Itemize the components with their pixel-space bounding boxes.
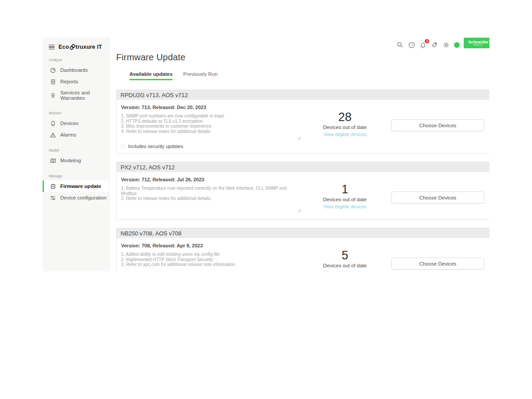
version-line: Version: 713, Released: Dec 20, 2023 [121,105,298,110]
tab-available-updates[interactable]: Available updates [129,71,172,80]
release-note: Implemented HTTP Strict Transport Securi… [121,257,298,262]
svg-text:?: ? [411,43,413,47]
choose-devices-button[interactable]: Choose Devices [391,258,484,270]
release-notes-column: Version: 713, Released: Dec 20, 2023 SNM… [121,104,298,149]
devices-out-of-date-label: Devices out of date [298,197,391,202]
gear-icon[interactable] [442,41,450,48]
sidebar-header: Eco truxure IT [43,38,109,50]
devices-out-of-date-label: Devices out of date [298,263,391,268]
sidebar-item-label: Device configuration [60,195,106,200]
sidebar-item-firmware-update[interactable]: Firmware update [43,180,109,192]
report-icon [50,79,56,85]
resize-handle-icon[interactable] [297,206,301,214]
release-note: Battery Temperature now reported correct… [121,186,298,196]
devices-out-of-date-count: 5 [298,249,391,262]
sidebar-item-reports[interactable]: Reports [43,76,109,87]
logo-text-eco: Eco [59,44,69,50]
sidebar-item-dashboards[interactable]: Dashboards [43,64,109,76]
release-notes-textarea[interactable]: SNMP port numbers are now configurable i… [121,113,298,143]
sidebar-item-label: Reports [60,79,78,84]
schneider-logo-subtext: Electric [474,44,483,47]
firmware-cards: RPDU2G v713, AOS v712 Version: 713, Rele… [116,90,489,271]
sidebar-item-services-warranties[interactable]: Services and Warranties [43,87,109,103]
choose-devices-button[interactable]: Choose Devices [391,119,484,131]
ecostruxure-logo: Eco truxure IT [59,44,102,50]
release-notes-list: Added ability to edit existing users via… [121,252,298,267]
gauge-icon [50,67,56,73]
map-icon [50,158,56,164]
devices-out-of-date-label: Devices out of date [298,125,391,130]
notifications-bell-icon[interactable]: 3 [419,41,426,48]
sidebar-item-label: Firmware update [60,184,101,189]
release-notes-textarea[interactable]: Battery Temperature now reported correct… [121,186,298,215]
view-eligible-devices-link[interactable]: View eligible devices [324,270,367,271]
release-note: Misc improvements to customer experience [121,124,298,129]
schneider-electric-logo[interactable]: Schneider Electric [464,38,489,48]
page-title: Firmware Update [116,52,489,63]
release-notes-list: SNMP port numbers are now configurable i… [121,113,298,134]
sidebar-item-modeling[interactable]: Modeling [43,155,109,166]
release-note: HTTPS defaults to TLS v1.2 encryption [121,119,298,124]
card-title: PX2 v712, AOS v712 [117,162,489,172]
devices-count-column: 5 Devices out of date View eligible devi… [298,242,391,271]
card-title: NB250 v708, AOS v708 [117,228,489,238]
version-line: Version: 712, Released: Jul 26, 2023 [121,177,298,182]
security-note: Includes security updates [121,144,298,149]
logo-text-it: truxure IT [76,44,102,50]
sidebar-item-alarms[interactable]: Alarms [43,129,109,141]
firmware-card-nb250: NB250 v708, AOS v708 Version: 708, Relea… [116,228,489,271]
sidebar-item-label: Devices [60,121,78,126]
devices-count-column: 1 Devices out of date View eligible devi… [298,176,391,210]
security-shield-icon [121,145,125,149]
tab-previously-run[interactable]: Previously Run [183,71,217,80]
firmware-icon [50,184,56,189]
sliders-icon [50,195,56,201]
help-icon[interactable]: ? [408,41,415,48]
main-content: ? 3 Schneider Electric Firmware Update [110,38,489,271]
resize-handle-icon[interactable] [297,134,301,142]
app-window: Eco truxure IT Analyze Dashboards Report… [43,38,489,271]
devices-count-column: 28 Devices out of date View eligible dev… [298,104,391,138]
firmware-card-rpdu2g: RPDU2G v713, AOS v712 Version: 713, Rele… [116,90,489,154]
release-notes-textarea[interactable]: Added ability to edit existing users via… [121,252,298,271]
award-icon [50,93,56,98]
sidebar-item-label: Modeling [60,158,81,163]
release-note: Added ability to edit existing users via… [121,252,298,257]
view-eligible-devices-link[interactable]: View eligible devices [324,132,367,137]
view-eligible-devices-link[interactable]: View eligible devices [324,204,367,209]
release-note: SNMP port numbers are now configurable i… [121,113,298,119]
notification-badge: 3 [425,39,429,43]
tag-icon[interactable] [431,41,438,48]
release-notes-column: Version: 708, Released: Apr 9, 2023 Adde… [121,242,298,271]
sidebar-item-label: Dashboards [60,67,88,73]
search-icon[interactable] [396,41,403,48]
warning-triangle-icon [50,132,56,138]
sidebar-item-device-configuration[interactable]: Device configuration [43,192,109,203]
account-status-dot[interactable] [454,42,460,48]
ecostruxure-loop-icon [70,44,75,50]
sidebar-item-label: Alarms [60,132,76,137]
sidebar-section-manage: Manage [43,166,109,180]
version-line: Version: 708, Released: Apr 9, 2023 [121,243,298,248]
release-note: Refer to release notes for additional de… [121,129,298,134]
sidebar: Eco truxure IT Analyze Dashboards Report… [43,38,110,271]
hamburger-menu-icon[interactable] [49,45,55,50]
sidebar-section-analyze: Analyze [43,50,109,64]
device-icon [50,121,56,126]
topbar-icons: ? 3 [396,41,460,48]
sidebar-section-monitor: Monitor [43,103,109,117]
choose-devices-button[interactable]: Choose Devices [391,192,484,203]
release-note: Refer to release notes for additional de… [121,196,298,201]
sidebar-item-label: Services and Warranties [60,90,107,101]
devices-out-of-date-count: 28 [298,111,391,123]
schneider-logo-text: Schneider [468,40,489,44]
devices-out-of-date-count: 1 [298,183,391,196]
card-title: RPDU2G v713, AOS v712 [117,90,489,100]
sidebar-item-devices[interactable]: Devices [43,117,109,129]
security-note-label: Includes security updates [128,144,183,149]
tabs: Available updates Previously Run [129,71,489,80]
release-notes-column: Version: 712, Released: Jul 26, 2023 Bat… [121,176,298,215]
topbar: ? 3 Schneider Electric [116,38,489,48]
release-notes-list: Battery Temperature now reported correct… [121,186,298,201]
release-note: Refer to apc.com for additional release … [121,262,298,267]
